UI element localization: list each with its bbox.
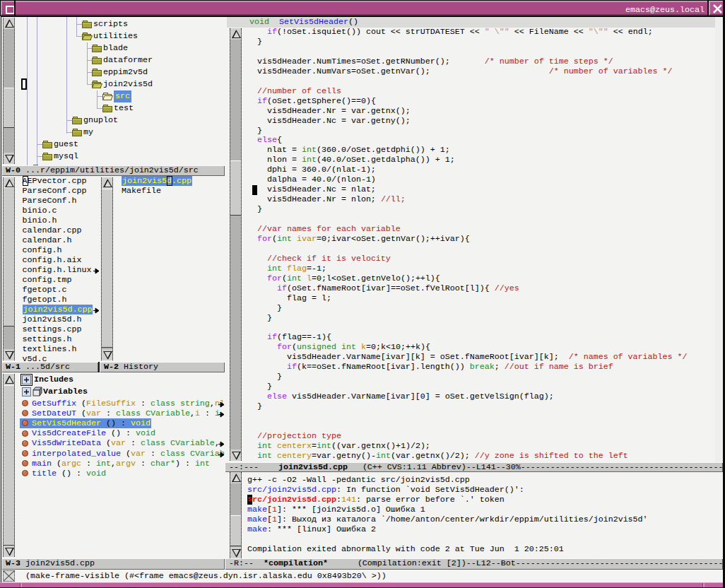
source-scrollbar-up-arrow[interactable] xyxy=(230,28,241,40)
close-button[interactable] xyxy=(709,1,724,16)
sources-scrollbar-down-arrow[interactable] xyxy=(4,349,14,360)
method-item[interactable]: Vis5dWriteData (var : class CVariable, xyxy=(1,438,225,448)
methods-scrollbar-up-arrow[interactable] xyxy=(4,374,14,385)
source-scrollbar-thumb[interactable] xyxy=(230,160,241,216)
methods-scrollbar[interactable] xyxy=(3,374,15,557)
source-text-area[interactable]: if(!oSet.isquiet()) cout << strUTDATESET… xyxy=(225,17,715,462)
tree-item[interactable]: gnuplot xyxy=(1,114,225,127)
file-list-item[interactable]: binio.h xyxy=(1,216,100,225)
file-list-item[interactable]: fgetopt.c xyxy=(1,285,100,295)
file-list-item[interactable]: AEPvector.cpp xyxy=(1,176,100,186)
methods-scrollbar-thumb[interactable] xyxy=(4,385,14,546)
file-list-item[interactable]: config.h.aix xyxy=(1,255,100,265)
directories-scrollbar-thumb[interactable] xyxy=(4,88,14,128)
scroll-down-icon xyxy=(102,350,113,360)
source-scrollbar-down-arrow[interactable] xyxy=(230,449,241,461)
file-list-item[interactable]: config.h.linux xyxy=(1,265,100,275)
compilation-scrollbar-down-arrow[interactable] xyxy=(230,547,241,558)
method-item[interactable]: main (argc : int,argv : char*) : int xyxy=(1,459,225,469)
compilation-text-area[interactable]: g++ -c -O2 -Wall -pedantic src/join2vis5… xyxy=(225,472,723,558)
file-list-item[interactable]: ParseConf.h xyxy=(1,196,100,206)
directories-scrollbar-down-arrow[interactable] xyxy=(4,153,14,164)
method-item[interactable]: interpolated_value (var : class CVariab xyxy=(1,449,225,459)
text-segment: =0;l<oSet.getnVelo();++l){ xyxy=(312,274,440,283)
titlebar[interactable]: emacs@zeus.local xyxy=(1,1,724,16)
source-scrollbar[interactable] xyxy=(230,28,242,461)
tree-item[interactable]: src xyxy=(1,90,225,102)
file-list-item[interactable]: config.h xyxy=(1,245,100,255)
text-segment: interpolated_value xyxy=(32,449,121,459)
history-window[interactable]: join2vis5d.cppMakefile xyxy=(100,176,225,362)
tree-item[interactable]: my xyxy=(1,127,225,139)
history-scrollbar-down-arrow[interactable] xyxy=(102,349,112,360)
history-item[interactable]: Makefile xyxy=(100,186,225,196)
text-segment: ...r/eppim/utilities/join2vis5d/src xyxy=(20,165,199,175)
method-item[interactable]: title () : void xyxy=(1,469,225,478)
compilation-line: src/join2vis5d.cpp: In function `void Se… xyxy=(247,485,524,495)
file-list-item[interactable]: binio.c xyxy=(1,206,100,216)
text-segment: //y zone is shifted to the left xyxy=(475,451,628,461)
file-list-item[interactable]: calendar.cpp xyxy=(1,225,100,235)
text-segment: //number of cells xyxy=(257,86,341,96)
file-list-item[interactable]: textlines.h xyxy=(1,344,100,354)
directories-window[interactable]: scriptsutilitiesbladedataformereppim2v5d… xyxy=(1,17,225,165)
compilation-scrollbar-thumb[interactable] xyxy=(230,515,241,546)
file-list-item[interactable]: calendar.h xyxy=(1,235,100,245)
file-list-item[interactable]: ParseConf.cpp xyxy=(1,186,100,196)
tree-item-label: eppim2v5d xyxy=(103,66,148,78)
compilation-scrollbar[interactable] xyxy=(230,472,242,558)
tree-item[interactable]: guest xyxy=(1,139,225,151)
sources-window[interactable]: AEPvector.cppParseConf.cppParseConf.hbin… xyxy=(1,176,100,362)
directories-scrollbar[interactable] xyxy=(3,18,15,164)
code-line: else vis5dHeader.VarName[ivar][0] = oSet… xyxy=(247,392,554,402)
text-segment: ]: Выход из каталога `/home/anton/center… xyxy=(277,514,648,524)
minibuffer[interactable]: (make-frame-visible (#<frame emacs@zeus.… xyxy=(1,570,723,582)
file-list-item[interactable]: fgetopt.h xyxy=(1,295,100,305)
tree-item[interactable]: eppim2v5d xyxy=(1,66,225,78)
methods-window[interactable]: IncludesVariablesGetSuffix (FileSuffix :… xyxy=(1,372,225,558)
file-list-item[interactable]: join2vis5d.cpp xyxy=(1,305,100,314)
sources-scrollbar[interactable] xyxy=(3,177,15,360)
tree-item[interactable]: blade xyxy=(1,42,225,54)
tree-item[interactable]: scripts xyxy=(1,18,225,30)
history-scrollbar-thumb[interactable] xyxy=(102,189,112,348)
text-segment: //yes xyxy=(495,283,519,293)
file-list-item[interactable]: config.tmp xyxy=(1,275,100,285)
history-scrollbar[interactable] xyxy=(101,177,113,360)
code-line: flag = l; xyxy=(247,294,331,304)
file-name: textlines.h xyxy=(23,344,77,354)
method-group-variables[interactable]: Variables xyxy=(1,386,225,398)
text-segment: : xyxy=(336,495,341,505)
compilation-window[interactable]: g++ -c -O2 -Wall -pedantic src/join2vis5… xyxy=(225,472,723,558)
method-item[interactable]: SetDateUT (var : class CVariable,i : i xyxy=(1,408,225,418)
method-item[interactable]: GetSuffix (FileSuffix : class string,nl xyxy=(1,399,225,408)
text-segment: int xyxy=(302,145,317,155)
text-segment: ( xyxy=(272,234,277,244)
tree-item[interactable]: test xyxy=(1,102,225,114)
text-segment: vis5dHeader.Nc = nlat; xyxy=(247,184,376,194)
text-segment: (k==oSet.fNameRoot[ivar].length()) xyxy=(297,362,470,372)
method-item[interactable]: SetVis5dHeader () : void xyxy=(1,418,225,428)
compilation-scrollbar-up-arrow[interactable] xyxy=(230,472,241,483)
methods-scrollbar-down-arrow[interactable] xyxy=(4,546,14,557)
code-line: int centerx=int((var.getnx()+1)/2); xyxy=(247,442,430,452)
tree-item[interactable]: utilities xyxy=(1,30,225,42)
file-list-item[interactable]: join2vis5d.h xyxy=(1,314,100,324)
window-menu-button[interactable] xyxy=(1,1,14,16)
text-segment xyxy=(292,234,297,244)
tree-item[interactable]: mysql xyxy=(1,151,225,163)
method-group-includes[interactable]: Includes xyxy=(1,374,225,386)
directories-scrollbar-up-arrow[interactable] xyxy=(4,18,14,29)
file-list-item[interactable]: v5d.c xyxy=(1,354,100,362)
sources-scrollbar-thumb[interactable] xyxy=(4,187,14,327)
method-item[interactable]: Vis5dCreateFile () : void xyxy=(1,428,225,438)
text-segment: History xyxy=(119,362,158,372)
file-list-item[interactable]: settings.cpp xyxy=(1,324,100,334)
file-list-item[interactable]: settings.h xyxy=(1,334,100,344)
history-scrollbar-up-arrow[interactable] xyxy=(102,177,112,189)
tree-item[interactable]: dataformer xyxy=(1,54,225,66)
source-window[interactable]: void SetVis5dHeader() if(!oSet.isquiet()… xyxy=(225,17,723,462)
history-item[interactable]: join2vis5d.cpp xyxy=(100,176,225,186)
tree-item[interactable]: join2vis5d xyxy=(1,78,225,90)
scroll-down-icon xyxy=(4,350,15,360)
